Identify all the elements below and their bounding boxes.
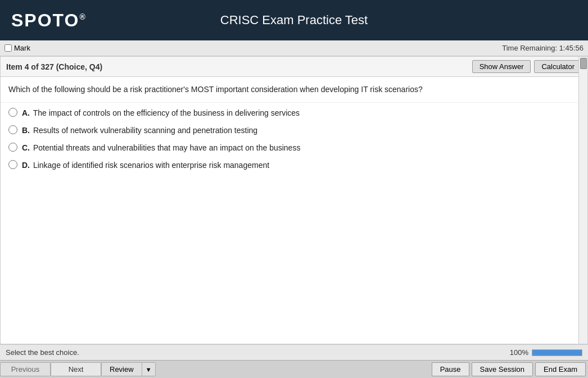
item-info: Item 4 of 327 (Choice, Q4) xyxy=(6,62,102,71)
choice-radio-2[interactable] xyxy=(8,143,17,152)
scroll-thumb xyxy=(580,58,587,69)
choice-label-1: B. Results of network vulnerability scan… xyxy=(22,125,257,136)
progress-bar-bg xyxy=(532,349,582,356)
question-area: Which of the following should be a risk … xyxy=(1,77,587,103)
content-area: Item 4 of 327 (Choice, Q4) Show Answer C… xyxy=(0,56,588,344)
progress-bar-fill xyxy=(532,350,582,356)
mark-bar: Mark Time Remaining: 1:45:56 xyxy=(0,40,588,56)
calculator-button[interactable]: Calculator xyxy=(534,60,582,73)
footer: Previous Next Review ▼ Pause Save Sessio… xyxy=(0,360,588,378)
scroll-indicator[interactable] xyxy=(578,57,587,344)
review-btn-group: Review ▼ xyxy=(101,362,156,376)
choice-label-3: D. Linkage of identified risk scenarios … xyxy=(22,160,269,171)
choice-item-c[interactable]: C. Potential threats and vulnerabilities… xyxy=(8,142,580,154)
pause-button[interactable]: Pause xyxy=(432,362,469,376)
header: SPOTO® CRISC Exam Practice Test xyxy=(0,0,588,40)
review-button[interactable]: Review xyxy=(101,362,142,376)
status-bar: Select the best choice. 100% xyxy=(0,344,588,360)
logo: SPOTO® xyxy=(11,10,87,31)
previous-button[interactable]: Previous xyxy=(0,362,51,376)
mark-label[interactable]: Mark xyxy=(4,44,30,52)
progress-pct: 100% xyxy=(510,348,528,357)
review-dropdown-button[interactable]: ▼ xyxy=(142,362,156,376)
choice-label-0: A. The impact of controls on the efficie… xyxy=(22,107,300,119)
item-buttons: Show Answer Calculator xyxy=(472,60,582,73)
footer-left: Previous Next Review ▼ xyxy=(0,362,156,376)
status-text: Select the best choice. xyxy=(6,348,79,357)
next-button[interactable]: Next xyxy=(51,362,101,376)
choice-radio-1[interactable] xyxy=(8,125,17,134)
choice-item-b[interactable]: B. Results of network vulnerability scan… xyxy=(8,125,580,136)
timer: Time Remaining: 1:45:56 xyxy=(502,44,584,52)
save-session-button[interactable]: Save Session xyxy=(472,362,533,376)
choice-radio-0[interactable] xyxy=(8,108,17,117)
mark-text[interactable]: Mark xyxy=(14,44,30,52)
choices-area: A. The impact of controls on the efficie… xyxy=(1,103,587,176)
timer-value: 1:45:56 xyxy=(559,44,584,52)
end-exam-button[interactable]: End Exam xyxy=(535,362,586,376)
progress-area: 100% xyxy=(510,348,582,357)
choice-item-a[interactable]: A. The impact of controls on the efficie… xyxy=(8,107,580,119)
question-text: Which of the following should be a risk … xyxy=(8,84,571,95)
mark-checkbox[interactable] xyxy=(4,44,12,52)
header-title: CRISC Exam Practice Test xyxy=(220,13,368,28)
choice-item-d[interactable]: D. Linkage of identified risk scenarios … xyxy=(8,160,580,171)
footer-right: Pause Save Session End Exam xyxy=(432,362,588,376)
item-header: Item 4 of 327 (Choice, Q4) Show Answer C… xyxy=(1,57,587,77)
choice-radio-3[interactable] xyxy=(8,160,17,169)
choice-label-2: C. Potential threats and vulnerabilities… xyxy=(22,142,300,154)
show-answer-button[interactable]: Show Answer xyxy=(472,60,531,73)
